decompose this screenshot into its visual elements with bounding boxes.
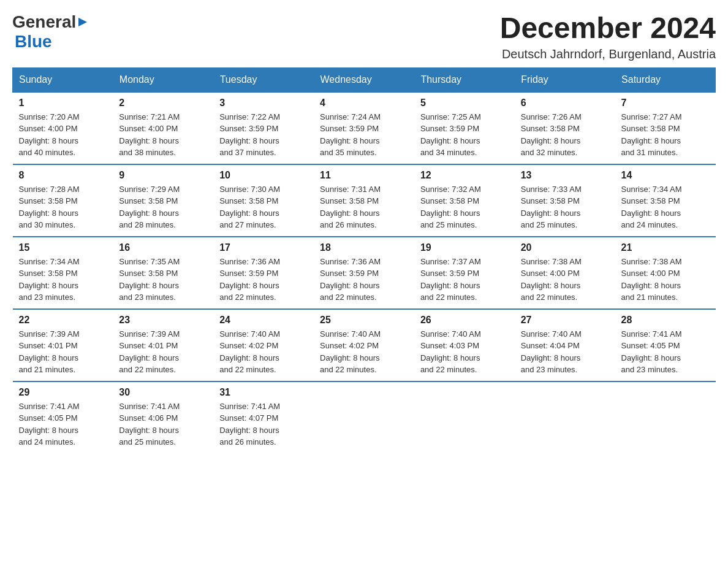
day-info: Sunrise: 7:41 AM Sunset: 4:05 PM Dayligh…: [19, 400, 107, 448]
day-number: 10: [219, 170, 308, 181]
table-row: 19 Sunrise: 7:37 AM Sunset: 3:59 PM Dayl…: [414, 237, 515, 309]
day-info: Sunrise: 7:35 AM Sunset: 3:58 PM Dayligh…: [119, 256, 207, 304]
page-header: General Blue December 2024 Deutsch Jahrn…: [12, 12, 716, 61]
calendar-week-row: 8 Sunrise: 7:28 AM Sunset: 3:58 PM Dayli…: [13, 164, 716, 237]
day-info: Sunrise: 7:31 AM Sunset: 3:58 PM Dayligh…: [320, 183, 408, 231]
title-section: December 2024 Deutsch Jahrndorf, Burgenl…: [500, 12, 716, 61]
table-row: 1 Sunrise: 7:20 AM Sunset: 4:00 PM Dayli…: [13, 92, 113, 164]
day-info: Sunrise: 7:41 AM Sunset: 4:06 PM Dayligh…: [119, 400, 207, 448]
day-number: 31: [219, 387, 308, 398]
weekday-header-row: Sunday Monday Tuesday Wednesday Thursday…: [13, 67, 716, 92]
table-row: 4 Sunrise: 7:24 AM Sunset: 3:59 PM Dayli…: [314, 92, 414, 164]
table-row: 2 Sunrise: 7:21 AM Sunset: 4:00 PM Dayli…: [113, 92, 213, 164]
header-friday: Friday: [515, 67, 615, 92]
table-row: 18 Sunrise: 7:36 AM Sunset: 3:59 PM Dayl…: [314, 237, 414, 309]
day-number: 18: [320, 242, 408, 253]
table-row: [515, 381, 615, 453]
table-row: 7 Sunrise: 7:27 AM Sunset: 3:58 PM Dayli…: [615, 92, 716, 164]
day-number: 3: [219, 98, 308, 109]
table-row: 3 Sunrise: 7:22 AM Sunset: 3:59 PM Dayli…: [213, 92, 314, 164]
logo-blue-text: Blue: [15, 32, 52, 52]
table-row: 13 Sunrise: 7:33 AM Sunset: 3:58 PM Dayl…: [515, 164, 615, 237]
day-number: 13: [521, 170, 609, 181]
logo-arrow-icon: [78, 17, 89, 30]
table-row: 25 Sunrise: 7:40 AM Sunset: 4:02 PM Dayl…: [314, 309, 414, 381]
header-thursday: Thursday: [414, 67, 515, 92]
day-info: Sunrise: 7:40 AM Sunset: 4:02 PM Dayligh…: [219, 328, 308, 376]
location-subtitle: Deutsch Jahrndorf, Burgenland, Austria: [500, 47, 716, 61]
table-row: 14 Sunrise: 7:34 AM Sunset: 3:58 PM Dayl…: [615, 164, 716, 237]
day-number: 2: [119, 98, 207, 109]
day-number: 25: [320, 315, 408, 326]
day-info: Sunrise: 7:37 AM Sunset: 3:59 PM Dayligh…: [420, 256, 509, 304]
day-number: 26: [420, 315, 509, 326]
day-number: 20: [521, 242, 609, 253]
day-info: Sunrise: 7:39 AM Sunset: 4:01 PM Dayligh…: [19, 328, 107, 376]
table-row: 10 Sunrise: 7:30 AM Sunset: 3:58 PM Dayl…: [213, 164, 314, 237]
table-row: 27 Sunrise: 7:40 AM Sunset: 4:04 PM Dayl…: [515, 309, 615, 381]
table-row: 20 Sunrise: 7:38 AM Sunset: 4:00 PM Dayl…: [515, 237, 615, 309]
day-info: Sunrise: 7:34 AM Sunset: 3:58 PM Dayligh…: [19, 256, 107, 304]
day-info: Sunrise: 7:39 AM Sunset: 4:01 PM Dayligh…: [119, 328, 207, 376]
day-info: Sunrise: 7:36 AM Sunset: 3:59 PM Dayligh…: [320, 256, 408, 304]
day-info: Sunrise: 7:38 AM Sunset: 4:00 PM Dayligh…: [621, 256, 710, 304]
table-row: 30 Sunrise: 7:41 AM Sunset: 4:06 PM Dayl…: [113, 381, 213, 453]
day-info: Sunrise: 7:33 AM Sunset: 3:58 PM Dayligh…: [521, 183, 609, 231]
day-info: Sunrise: 7:24 AM Sunset: 3:59 PM Dayligh…: [320, 111, 408, 159]
day-info: Sunrise: 7:27 AM Sunset: 3:58 PM Dayligh…: [621, 111, 710, 159]
day-number: 15: [19, 242, 107, 253]
day-number: 6: [521, 98, 609, 109]
table-row: 21 Sunrise: 7:38 AM Sunset: 4:00 PM Dayl…: [615, 237, 716, 309]
header-monday: Monday: [113, 67, 213, 92]
header-wednesday: Wednesday: [314, 67, 414, 92]
day-number: 11: [320, 170, 408, 181]
calendar-table: Sunday Monday Tuesday Wednesday Thursday…: [12, 67, 716, 453]
day-number: 1: [19, 98, 107, 109]
day-number: 29: [19, 387, 107, 398]
table-row: 11 Sunrise: 7:31 AM Sunset: 3:58 PM Dayl…: [314, 164, 414, 237]
calendar-week-row: 22 Sunrise: 7:39 AM Sunset: 4:01 PM Dayl…: [13, 309, 716, 381]
table-row: 6 Sunrise: 7:26 AM Sunset: 3:58 PM Dayli…: [515, 92, 615, 164]
table-row: [414, 381, 515, 453]
table-row: 26 Sunrise: 7:40 AM Sunset: 4:03 PM Dayl…: [414, 309, 515, 381]
table-row: 9 Sunrise: 7:29 AM Sunset: 3:58 PM Dayli…: [113, 164, 213, 237]
day-info: Sunrise: 7:38 AM Sunset: 4:00 PM Dayligh…: [521, 256, 609, 304]
table-row: 28 Sunrise: 7:41 AM Sunset: 4:05 PM Dayl…: [615, 309, 716, 381]
day-number: 5: [420, 98, 509, 109]
day-info: Sunrise: 7:29 AM Sunset: 3:58 PM Dayligh…: [119, 183, 207, 231]
day-info: Sunrise: 7:40 AM Sunset: 4:04 PM Dayligh…: [521, 328, 609, 376]
day-info: Sunrise: 7:22 AM Sunset: 3:59 PM Dayligh…: [219, 111, 308, 159]
logo: General Blue: [12, 12, 89, 52]
table-row: 12 Sunrise: 7:32 AM Sunset: 3:58 PM Dayl…: [414, 164, 515, 237]
table-row: 16 Sunrise: 7:35 AM Sunset: 3:58 PM Dayl…: [113, 237, 213, 309]
day-number: 14: [621, 170, 710, 181]
month-title: December 2024: [500, 12, 716, 45]
svg-marker-0: [78, 18, 87, 26]
day-info: Sunrise: 7:20 AM Sunset: 4:00 PM Dayligh…: [19, 111, 107, 159]
table-row: 29 Sunrise: 7:41 AM Sunset: 4:05 PM Dayl…: [13, 381, 113, 453]
day-number: 30: [119, 387, 207, 398]
logo-general-text: General: [12, 12, 76, 32]
day-number: 9: [119, 170, 207, 181]
calendar-week-row: 29 Sunrise: 7:41 AM Sunset: 4:05 PM Dayl…: [13, 381, 716, 453]
header-sunday: Sunday: [13, 67, 113, 92]
calendar-week-row: 15 Sunrise: 7:34 AM Sunset: 3:58 PM Dayl…: [13, 237, 716, 309]
day-number: 7: [621, 98, 710, 109]
day-number: 19: [420, 242, 509, 253]
day-info: Sunrise: 7:40 AM Sunset: 4:03 PM Dayligh…: [420, 328, 509, 376]
table-row: 23 Sunrise: 7:39 AM Sunset: 4:01 PM Dayl…: [113, 309, 213, 381]
day-info: Sunrise: 7:34 AM Sunset: 3:58 PM Dayligh…: [621, 183, 710, 231]
day-info: Sunrise: 7:40 AM Sunset: 4:02 PM Dayligh…: [320, 328, 408, 376]
day-info: Sunrise: 7:32 AM Sunset: 3:58 PM Dayligh…: [420, 183, 509, 231]
day-number: 24: [219, 315, 308, 326]
day-info: Sunrise: 7:26 AM Sunset: 3:58 PM Dayligh…: [521, 111, 609, 159]
day-number: 8: [19, 170, 107, 181]
table-row: [314, 381, 414, 453]
day-info: Sunrise: 7:36 AM Sunset: 3:59 PM Dayligh…: [219, 256, 308, 304]
table-row: 15 Sunrise: 7:34 AM Sunset: 3:58 PM Dayl…: [13, 237, 113, 309]
day-info: Sunrise: 7:25 AM Sunset: 3:59 PM Dayligh…: [420, 111, 509, 159]
header-tuesday: Tuesday: [213, 67, 314, 92]
table-row: [615, 381, 716, 453]
table-row: 8 Sunrise: 7:28 AM Sunset: 3:58 PM Dayli…: [13, 164, 113, 237]
header-saturday: Saturday: [615, 67, 716, 92]
